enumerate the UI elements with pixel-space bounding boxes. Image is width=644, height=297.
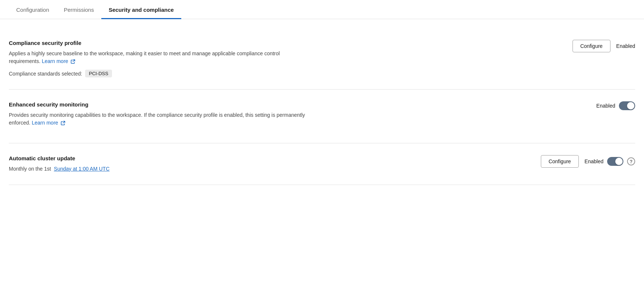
compliance-standards-row: Compliance standards selected: PCI-DSS <box>9 70 311 77</box>
enhanced-security-monitoring-title: Enhanced security monitoring <box>9 101 311 108</box>
enhanced-security-monitoring-right: Enabled <box>596 101 635 110</box>
cluster-update-toggle[interactable] <box>607 157 623 166</box>
cluster-toggle-container: Enabled ? <box>585 157 635 166</box>
pci-dss-badge: PCI-DSS <box>85 70 112 77</box>
automatic-cluster-update-right: Configure Enabled ? <box>541 155 635 168</box>
main-content: Compliance security profile Applies a hi… <box>0 19 644 194</box>
enhanced-security-monitoring-section: Enhanced security monitoring Provides se… <box>9 90 635 143</box>
enhanced-security-toggle-track <box>619 101 635 110</box>
automatic-cluster-update-left: Automatic cluster update Monthly on the … <box>9 155 311 173</box>
external-link-icon-2 <box>61 121 65 125</box>
cluster-configure-button[interactable]: Configure <box>541 155 579 168</box>
enhanced-security-status-label: Enabled <box>596 103 615 109</box>
cluster-toggle-thumb <box>615 158 623 165</box>
compliance-security-profile-right: Configure Enabled <box>573 40 635 52</box>
tab-configuration[interactable]: Configuration <box>9 0 56 19</box>
enhanced-security-toggle-container: Enabled <box>596 101 635 110</box>
schedule-text: Monthly on the 1st <box>9 166 51 172</box>
compliance-security-profile-title: Compliance security profile <box>9 40 311 46</box>
compliance-security-profile-desc: Applies a highly secure baseline to the … <box>9 50 311 65</box>
compliance-security-profile-left: Compliance security profile Applies a hi… <box>9 40 311 77</box>
automatic-cluster-update-schedule: Monthly on the 1st Sunday at 1:00 AM UTC <box>9 165 311 173</box>
tab-navigation: Configuration Permissions Security and c… <box>0 0 644 19</box>
enhanced-security-toggle-thumb <box>627 102 634 109</box>
enhanced-security-toggle[interactable] <box>619 101 635 110</box>
compliance-configure-button[interactable]: Configure <box>573 40 610 52</box>
schedule-link[interactable]: Sunday at 1:00 AM UTC <box>54 166 109 172</box>
enhanced-security-monitoring-desc: Provides security monitoring capabilitie… <box>9 111 311 127</box>
cluster-toggle-track <box>607 157 623 166</box>
enhanced-security-learn-more[interactable]: Learn more <box>32 120 58 126</box>
cluster-status-label: Enabled <box>585 158 603 164</box>
enhanced-security-monitoring-left: Enhanced security monitoring Provides se… <box>9 101 311 131</box>
external-link-icon-1 <box>71 59 75 64</box>
tab-permissions[interactable]: Permissions <box>56 0 101 19</box>
compliance-security-learn-more[interactable]: Learn more <box>42 58 68 64</box>
tab-security[interactable]: Security and compliance <box>101 0 181 19</box>
automatic-cluster-update-title: Automatic cluster update <box>9 155 311 161</box>
automatic-cluster-update-section: Automatic cluster update Monthly on the … <box>9 143 635 185</box>
compliance-standards-label: Compliance standards selected: <box>9 71 82 77</box>
compliance-security-profile-section: Compliance security profile Applies a hi… <box>9 34 635 90</box>
cluster-help-icon[interactable]: ? <box>627 157 635 165</box>
compliance-status-label: Enabled <box>616 43 635 49</box>
